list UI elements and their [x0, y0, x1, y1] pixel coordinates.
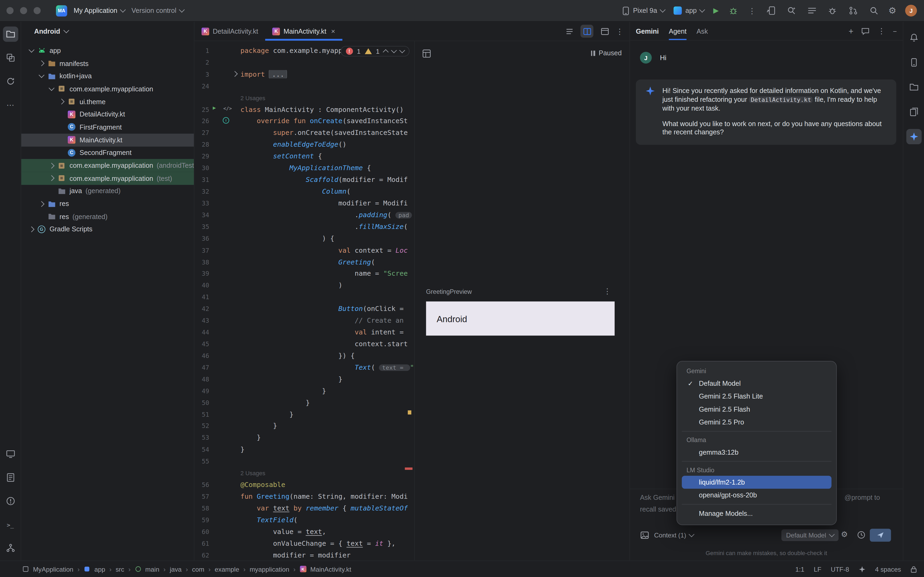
- tree-chevron-icon[interactable]: [39, 73, 44, 78]
- tree-chevron-icon[interactable]: [29, 227, 34, 232]
- breadcrumb-item[interactable]: myapplication: [250, 566, 289, 572]
- device-mirror-icon[interactable]: [765, 5, 776, 16]
- code-line[interactable]: 60 value = text,: [194, 526, 414, 537]
- tree-item-firstfragment[interactable]: CFirstFragment: [21, 121, 194, 134]
- model-option-liquid-lfm2-1-2b[interactable]: liquid/lfm2-1.2b: [682, 476, 832, 488]
- settings-icon[interactable]: ⚙: [888, 5, 897, 16]
- gemini-tool-button[interactable]: [906, 129, 921, 144]
- more-tools-button[interactable]: ⋯: [3, 97, 18, 113]
- notifications-bell-icon[interactable]: [906, 30, 921, 45]
- tree-item-com-example-myapplication-test[interactable]: com.example.myapplication (test): [21, 172, 194, 185]
- warning-stripe-mark[interactable]: [408, 410, 411, 414]
- breadcrumb-item[interactable]: example: [215, 566, 239, 572]
- tree-item-app[interactable]: app: [21, 44, 194, 57]
- model-option-gemini-2-5-flash-lite[interactable]: Gemini 2.5 Flash Lite: [682, 390, 832, 403]
- tree-chevron-icon[interactable]: [48, 163, 55, 169]
- code-line[interactable]: 44 val intent =: [194, 326, 414, 338]
- code-line[interactable]: 43 // Create an: [194, 314, 414, 326]
- code-line[interactable]: 24: [194, 80, 414, 92]
- context-selector[interactable]: Context (1): [654, 532, 694, 538]
- code-line[interactable]: 42 Button(onClick =: [194, 303, 414, 315]
- breadcrumb-item[interactable]: com: [192, 566, 204, 572]
- tree-item-java-generated[interactable]: java (generated): [21, 185, 194, 197]
- window-close-button[interactable]: [6, 7, 13, 14]
- code-line[interactable]: 38 Greeting(: [194, 256, 414, 268]
- code-line[interactable]: 32 Column(: [194, 185, 414, 197]
- prompt-input-right[interactable]: @prompt to: [844, 494, 880, 501]
- tab-ask[interactable]: Ask: [696, 22, 708, 40]
- code-line[interactable]: 52 }: [194, 420, 414, 432]
- device-selector[interactable]: Pixel 9a: [622, 6, 665, 15]
- code-line[interactable]: 26↑ override fun onCreate(savedInstanceS…: [194, 115, 414, 127]
- tree-item-com-example-myapplication[interactable]: com.example.myapplication: [21, 82, 194, 95]
- tree-item-mainactivity-kt[interactable]: KMainActivity.kt: [21, 134, 194, 147]
- prompt-input[interactable]: Ask Gemini: [640, 494, 675, 501]
- window-zoom-button[interactable]: [34, 7, 40, 14]
- code-line[interactable]: 25▶</>class MainActivity : ComponentActi…: [194, 103, 414, 115]
- breadcrumb-item[interactable]: src: [115, 566, 124, 572]
- debug-button[interactable]: [727, 5, 739, 16]
- breadcrumb-item[interactable]: java: [170, 566, 181, 572]
- tree-item-secondfragment[interactable]: CSecondFragment: [21, 147, 194, 159]
- tree-chevron-icon[interactable]: [58, 99, 65, 105]
- code-line[interactable]: 2 Usages: [194, 467, 414, 479]
- code-line[interactable]: 27 super.onCreate(savedInstanceState: [194, 127, 414, 139]
- code-line[interactable]: 54}: [194, 443, 414, 455]
- preview-canvas[interactable]: Android: [426, 301, 615, 335]
- preview-layout-icon[interactable]: [422, 49, 431, 58]
- code-line[interactable]: 39 name = "Scree: [194, 268, 414, 279]
- logcat-tool-button[interactable]: [3, 470, 18, 485]
- code-view-icon[interactable]: [563, 25, 576, 38]
- caret-position[interactable]: 1:1: [795, 566, 804, 572]
- code-editor[interactable]: 1package com.example.myappli23import ...…: [194, 41, 414, 561]
- version-control-tool-button[interactable]: [3, 540, 18, 556]
- code-line[interactable]: 34 .padding( pad: [194, 209, 414, 221]
- resource-manager-tool-button[interactable]: [3, 50, 18, 65]
- pages-tool-button[interactable]: [906, 104, 921, 119]
- code-line[interactable]: 57fun Greeting(name: String, modifier: M…: [194, 490, 414, 502]
- terminal-tool-button[interactable]: >_: [3, 517, 18, 532]
- tree-item-ui-theme[interactable]: ui.theme: [21, 95, 194, 108]
- version-control-menu[interactable]: Version control: [132, 7, 184, 14]
- tree-item-com-example-myapplication-androidtest[interactable]: com.example.myapplication (androidTest): [21, 159, 194, 172]
- user-avatar[interactable]: J: [905, 5, 917, 16]
- tree-chevron-icon[interactable]: [39, 60, 44, 66]
- chevron-down-icon[interactable]: [399, 48, 405, 53]
- layout-inspector-tool-button[interactable]: [906, 55, 921, 70]
- model-option-gemini-2-5-pro[interactable]: Gemini 2.5 Pro: [682, 416, 832, 429]
- send-button[interactable]: [870, 529, 891, 542]
- chat-history-icon[interactable]: [861, 26, 870, 35]
- code-line[interactable]: 31 Scaffold(modifier = Modif: [194, 174, 414, 185]
- code-line[interactable]: 28 enableEdgeToEdge(): [194, 139, 414, 150]
- model-selector-chip[interactable]: Default Model: [782, 529, 839, 541]
- more-actions-kebab[interactable]: ⋮: [748, 6, 756, 15]
- history-icon[interactable]: [857, 530, 866, 539]
- code-line[interactable]: 56@Composable: [194, 479, 414, 490]
- model-option-openai-gpt-oss-20b[interactable]: openai/gpt-oss-20b: [682, 488, 832, 501]
- code-line[interactable]: 62 modifier = modifier: [194, 549, 414, 561]
- line-ending[interactable]: LF: [814, 566, 821, 572]
- tree-item-detailactivity-kt[interactable]: KDetailActivity.kt: [21, 108, 194, 121]
- tree-item-res-generated[interactable]: res (generated): [21, 210, 194, 223]
- fold-chevron-icon[interactable]: [232, 71, 238, 77]
- model-option-manage-models[interactable]: Manage Models...: [682, 507, 832, 520]
- sync-tool-button[interactable]: [3, 74, 18, 89]
- code-line[interactable]: 37 val context = Loc: [194, 244, 414, 256]
- device-explorer-tool-button[interactable]: [906, 80, 921, 95]
- inspections-widget[interactable]: ! 1 1: [340, 46, 409, 56]
- new-chat-button[interactable]: +: [849, 26, 853, 35]
- code-line[interactable]: 35 .fillMaxSize(: [194, 221, 414, 232]
- code-line[interactable]: 40 ): [194, 279, 414, 291]
- tab-mainactivity[interactable]: K MainActivity.kt ×: [265, 22, 342, 41]
- file-encoding[interactable]: UTF-8: [831, 566, 849, 572]
- file-reference-chip[interactable]: DetailActivity.kt: [749, 96, 813, 103]
- code-line[interactable]: 61 onValueChange = { text = it },: [194, 537, 414, 549]
- breadcrumb-item[interactable]: MainActivity.kt: [310, 566, 351, 572]
- code-line[interactable]: 55: [194, 455, 414, 467]
- code-line[interactable]: 47 Text( text = ": [194, 361, 414, 373]
- project-menu[interactable]: My Application: [74, 7, 125, 14]
- breadcrumb-item[interactable]: main: [145, 566, 159, 572]
- code-line[interactable]: 30 MyApplicationTheme {: [194, 162, 414, 174]
- code-line[interactable]: 49 }: [194, 385, 414, 397]
- project-tool-button[interactable]: [3, 26, 18, 42]
